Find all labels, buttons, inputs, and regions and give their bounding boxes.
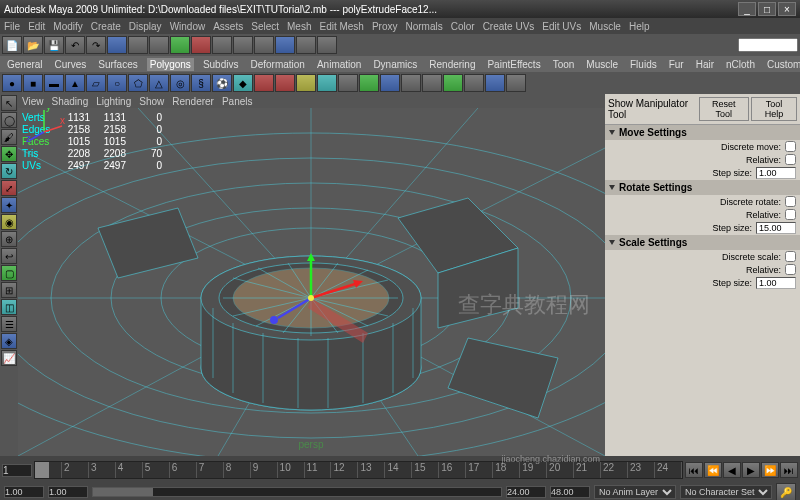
shelf-toon[interactable]: Toon (550, 58, 578, 71)
split-poly-icon[interactable] (422, 74, 442, 92)
menu-help[interactable]: Help (629, 21, 650, 32)
rotate-step-field[interactable] (756, 222, 796, 234)
last-tool-icon[interactable]: ↩ (1, 248, 17, 264)
shelf-fur[interactable]: Fur (666, 58, 687, 71)
hypershade-icon[interactable]: ◈ (1, 333, 17, 349)
range-start-field[interactable] (4, 486, 44, 498)
menu-edit[interactable]: Edit (28, 21, 45, 32)
persp-view-icon[interactable]: ◫ (1, 299, 17, 315)
menu-window[interactable]: Window (170, 21, 206, 32)
soft-mod-icon[interactable]: ◉ (1, 214, 17, 230)
undo-icon[interactable]: ↶ (65, 36, 85, 54)
redo-icon[interactable]: ↷ (86, 36, 106, 54)
poly-plane-icon[interactable]: ▱ (86, 74, 106, 92)
snap-curve-icon[interactable] (191, 36, 211, 54)
render-icon[interactable] (275, 36, 295, 54)
poly-pipe-icon[interactable]: ◎ (170, 74, 190, 92)
merge-icon[interactable] (485, 74, 505, 92)
play-fwd-icon[interactable]: ▶ (742, 462, 760, 478)
play-back-icon[interactable]: ◀ (723, 462, 741, 478)
select-tool-icon[interactable]: ↖ (1, 95, 17, 111)
menu-assets[interactable]: Assets (213, 21, 243, 32)
vp-renderer[interactable]: Renderer (172, 96, 214, 107)
relative-rotate-checkbox[interactable] (785, 209, 796, 220)
step-fwd-icon[interactable]: ⏩ (761, 462, 779, 478)
menu-edituvs[interactable]: Edit UVs (542, 21, 581, 32)
vp-shading[interactable]: Shading (52, 96, 89, 107)
relative-scale-checkbox[interactable] (785, 264, 796, 275)
viewport-3d[interactable]: persp Verts113111310 Edges215821580 Face… (18, 108, 605, 456)
poly-cube-icon[interactable]: ■ (23, 74, 43, 92)
shelf-animation[interactable]: Animation (314, 58, 364, 71)
poly-cone-icon[interactable]: ▲ (65, 74, 85, 92)
range-thumb[interactable] (93, 488, 153, 496)
go-start-icon[interactable]: ⏮ (685, 462, 703, 478)
extrude-icon[interactable] (296, 74, 316, 92)
render-settings-icon[interactable] (317, 36, 337, 54)
shelf-muscle[interactable]: Muscle (583, 58, 621, 71)
shelf-hair[interactable]: Hair (693, 58, 717, 71)
range-track[interactable] (92, 487, 502, 497)
outliner-icon[interactable]: ☰ (1, 316, 17, 332)
shelf-rendering[interactable]: Rendering (426, 58, 478, 71)
graph-icon[interactable]: 📈 (1, 350, 17, 366)
select-tool-icon[interactable] (107, 36, 127, 54)
char-set-select[interactable]: No Character Set (680, 485, 772, 499)
maximize-button[interactable]: □ (758, 2, 776, 16)
shelf-general[interactable]: General (4, 58, 46, 71)
vp-show[interactable]: Show (139, 96, 164, 107)
shelf-subdivs[interactable]: Subdivs (200, 58, 242, 71)
paint-select-icon[interactable] (149, 36, 169, 54)
menu-proxy[interactable]: Proxy (372, 21, 398, 32)
append-icon[interactable] (359, 74, 379, 92)
poly-cylinder-icon[interactable]: ▬ (44, 74, 64, 92)
bevel-icon[interactable] (317, 74, 337, 92)
menu-color[interactable]: Color (451, 21, 475, 32)
move-settings-header[interactable]: Move Settings (605, 125, 800, 140)
menu-modify[interactable]: Modify (53, 21, 82, 32)
bridge-icon[interactable] (338, 74, 358, 92)
collapse-icon[interactable] (506, 74, 526, 92)
autokey-icon[interactable]: 🔑 (776, 483, 796, 500)
move-step-field[interactable] (756, 167, 796, 179)
poly-soccer-icon[interactable]: ⚽ (212, 74, 232, 92)
discrete-rotate-checkbox[interactable] (785, 196, 796, 207)
poly-sphere-icon[interactable]: ● (2, 74, 22, 92)
poly-platonic-icon[interactable]: ◆ (233, 74, 253, 92)
menu-display[interactable]: Display (129, 21, 162, 32)
smooth-icon[interactable] (443, 74, 463, 92)
manipulator-tool-icon[interactable]: ✦ (1, 197, 17, 213)
shelf-curves[interactable]: Curves (52, 58, 90, 71)
snap-live-icon[interactable] (254, 36, 274, 54)
range-inner-end-field[interactable] (506, 486, 546, 498)
show-manip-icon[interactable]: ⊕ (1, 231, 17, 247)
shelf-ncloth[interactable]: nCloth (723, 58, 758, 71)
range-inner-start-field[interactable] (48, 486, 88, 498)
shelf-polygons[interactable]: Polygons (147, 58, 194, 71)
extract-icon[interactable] (275, 74, 295, 92)
shelf-surfaces[interactable]: Surfaces (95, 58, 140, 71)
close-button[interactable]: × (778, 2, 796, 16)
shelf-fluids[interactable]: Fluids (627, 58, 660, 71)
scale-step-field[interactable] (756, 277, 796, 289)
step-back-icon[interactable]: ⏪ (704, 462, 722, 478)
relative-move-checkbox[interactable] (785, 154, 796, 165)
combine-icon[interactable] (254, 74, 274, 92)
four-view-icon[interactable]: ⊞ (1, 282, 17, 298)
shelf-dynamics[interactable]: Dynamics (370, 58, 420, 71)
menu-select[interactable]: Select (251, 21, 279, 32)
discrete-move-checkbox[interactable] (785, 141, 796, 152)
scale-settings-header[interactable]: Scale Settings (605, 235, 800, 250)
vp-view[interactable]: View (22, 96, 44, 107)
poly-helix-icon[interactable]: § (191, 74, 211, 92)
quick-select-field[interactable] (738, 38, 798, 52)
tool-help-button[interactable]: Tool Help (751, 97, 797, 121)
menu-normals[interactable]: Normals (406, 21, 443, 32)
discrete-scale-checkbox[interactable] (785, 251, 796, 262)
rotate-tool-icon[interactable]: ↻ (1, 163, 17, 179)
menu-file[interactable]: File (4, 21, 20, 32)
vp-lighting[interactable]: Lighting (96, 96, 131, 107)
range-end-field[interactable] (550, 486, 590, 498)
open-scene-icon[interactable]: 📂 (23, 36, 43, 54)
menu-muscle[interactable]: Muscle (589, 21, 621, 32)
